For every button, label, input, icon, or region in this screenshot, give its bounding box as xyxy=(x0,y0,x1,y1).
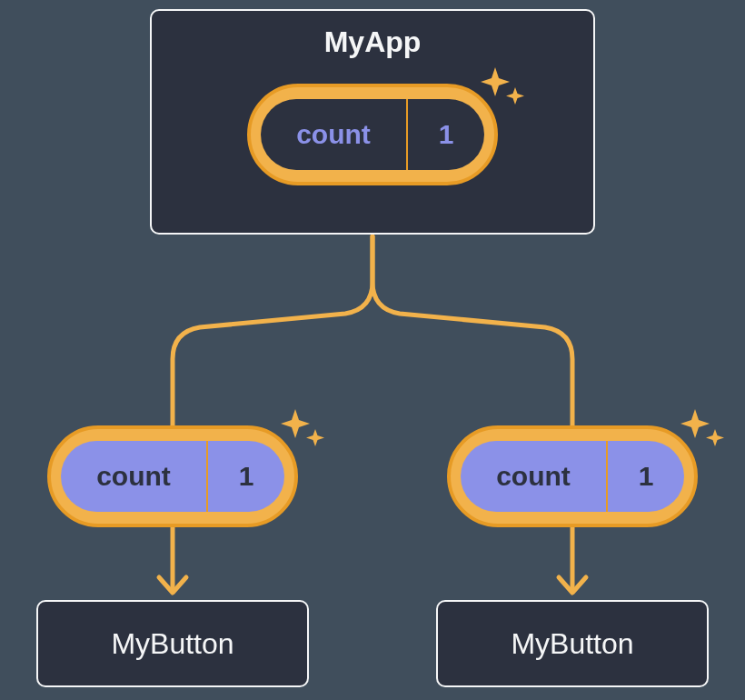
child-title: MyButton xyxy=(38,629,307,658)
child-component-box-left: MyButton xyxy=(36,600,309,687)
child-prop-pill-right: count 1 xyxy=(447,425,698,527)
state-label: count xyxy=(261,99,406,170)
prop-label: count xyxy=(61,441,206,512)
prop-label: count xyxy=(461,441,606,512)
sparkle-icon xyxy=(479,65,526,113)
sparkle-icon xyxy=(679,407,726,455)
prop-value: 1 xyxy=(608,441,684,512)
prop-value: 1 xyxy=(208,441,284,512)
child-prop-pill-left: count 1 xyxy=(47,425,298,527)
parent-title: MyApp xyxy=(152,25,593,59)
child-component-box-right: MyButton xyxy=(436,600,709,687)
child-title: MyButton xyxy=(438,629,707,658)
sparkle-icon xyxy=(279,407,326,455)
state-value: 1 xyxy=(408,99,484,170)
parent-state-pill: count 1 xyxy=(247,84,498,185)
